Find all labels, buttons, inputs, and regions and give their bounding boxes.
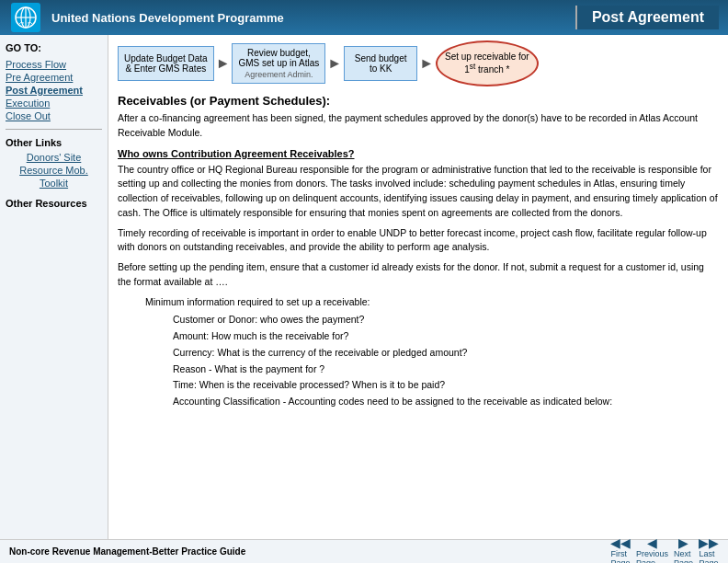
main-content: Update Budget Data& Enter GMS Rates ► Re… — [108, 35, 728, 539]
flow-box-2-sub: Agreement Admin. — [245, 70, 313, 79]
sidebar-resource-mob[interactable]: Resource Mob. — [6, 165, 102, 176]
min-info-item-3: Reason - What is the payment for ? — [173, 362, 719, 377]
min-info-item-5: Accounting Classification - Accounting c… — [173, 395, 719, 409]
previous-page-arrow: ◀ — [647, 536, 657, 549]
flow-box-1-label: Update Budget Data& Enter GMS Rates — [124, 53, 208, 74]
flow-arrow-3: ► — [419, 55, 434, 72]
previous-page-label: PreviousPage — [636, 549, 668, 564]
sidebar-donors-site[interactable]: Donors' Site — [6, 152, 102, 163]
flow-diagram: Update Budget Data& Enter GMS Rates ► Re… — [118, 40, 719, 86]
flow-arrow-1: ► — [216, 55, 231, 72]
other-resources-label: Other Resources — [6, 198, 102, 209]
flow-box-4-label: Set up receivable for1st tranch * — [445, 52, 529, 75]
min-info-item-4: Time: When is the receivable processed? … — [173, 378, 719, 393]
sidebar: GO TO: Process Flow Pre Agreement Post A… — [0, 35, 108, 539]
sub-title1: Who owns Contribution Agreement Receivab… — [118, 148, 719, 159]
org-name: United Nations Development Programme — [51, 11, 575, 25]
min-info-item-0: Customer or Donor: who owes the payment? — [173, 313, 719, 327]
footer: Non-core Revenue Management-Better Pract… — [0, 539, 728, 563]
sidebar-other-links: Donors' Site Resource Mob. Toolkit — [6, 152, 102, 189]
flow-box-3-label: Send budgetto KK — [355, 53, 407, 74]
nav-next-page[interactable]: ▶ NextPage — [674, 536, 693, 564]
para4: Before setting up the pending item, ensu… — [118, 260, 719, 290]
footer-text: Non-core Revenue Management-Better Pract… — [9, 546, 245, 557]
nav-first-page[interactable]: ◀◀ FirstPage — [610, 536, 631, 564]
last-page-arrow: ▶▶ — [699, 536, 719, 549]
first-page-arrow: ◀◀ — [610, 536, 631, 549]
sidebar-item-execution[interactable]: Execution — [6, 98, 102, 109]
para2: The country office or HQ Regional Bureau… — [118, 163, 719, 221]
sidebar-item-post-agreement[interactable]: Post Agreement — [6, 85, 102, 96]
flow-arrow-2: ► — [327, 55, 342, 72]
flow-box-2-label: Review budget,GMS set up in Atlas — [238, 48, 319, 68]
last-page-label: LastPage — [699, 549, 718, 564]
other-links-label: Other Links — [6, 137, 102, 148]
para1: After a co-financing agreement has been … — [118, 111, 719, 141]
sidebar-divider — [6, 129, 102, 130]
flow-box-1: Update Budget Data& Enter GMS Rates — [118, 46, 214, 81]
page-title: Post Agreement — [575, 6, 719, 29]
nav-previous-page[interactable]: ◀ PreviousPage — [636, 536, 668, 564]
sidebar-nav: Process Flow Pre Agreement Post Agreemen… — [6, 59, 102, 121]
goto-label: GO TO: — [6, 42, 102, 53]
header: United Nations Development Programme Pos… — [0, 0, 728, 35]
sidebar-toolkit[interactable]: Toolkit — [6, 178, 102, 189]
footer-nav: ◀◀ FirstPage ◀ PreviousPage ▶ NextPage ▶… — [610, 536, 719, 564]
sidebar-item-pre-agreement[interactable]: Pre Agreement — [6, 72, 102, 83]
min-info-label: Minimum information required to set up a… — [145, 295, 719, 310]
flow-box-2: Review budget,GMS set up in Atlas Agreem… — [232, 43, 325, 84]
section-title: Receivables (or Payment Schedules): — [118, 94, 719, 108]
next-page-arrow: ▶ — [678, 536, 688, 549]
min-info-item-2: Currency: What is the currency of the re… — [173, 346, 719, 361]
para3: Timely recording of receivable is import… — [118, 226, 719, 256]
first-page-label: FirstPage — [610, 549, 630, 564]
body-container: GO TO: Process Flow Pre Agreement Post A… — [0, 35, 728, 539]
sidebar-item-process-flow[interactable]: Process Flow — [6, 59, 102, 70]
min-info-item-1: Amount: How much is the receivable for? — [173, 329, 719, 344]
flow-box-3: Send budgetto KK — [344, 46, 417, 81]
un-logo — [9, 1, 42, 34]
flow-box-4: Set up receivable for1st tranch * — [436, 40, 539, 86]
sidebar-item-close-out[interactable]: Close Out — [6, 110, 102, 121]
next-page-label: NextPage — [674, 549, 693, 564]
nav-last-page[interactable]: ▶▶ LastPage — [699, 536, 719, 564]
